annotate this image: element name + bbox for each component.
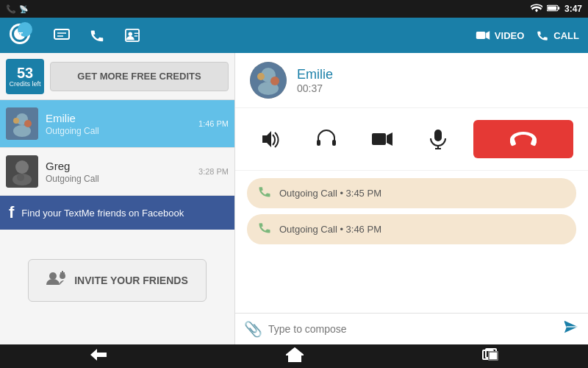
recents-button[interactable] bbox=[482, 348, 498, 365]
invite-btn-label: INVITE YOUR FRIENDS bbox=[74, 275, 188, 286]
svg-rect-43 bbox=[510, 138, 516, 146]
svg-rect-51 bbox=[489, 352, 498, 360]
main-content: 53 Credits left GET MORE FREE CREDITS Em… bbox=[0, 53, 588, 344]
camera-button[interactable] bbox=[362, 120, 403, 158]
svg-marker-48 bbox=[287, 348, 303, 361]
call-avatar bbox=[250, 62, 287, 99]
svg-point-23 bbox=[15, 160, 29, 174]
contact-sub-emilie: Outgoing Call bbox=[46, 126, 198, 136]
svg-rect-1 bbox=[548, 6, 556, 10]
call-log: Outgoing Call • 3:45 PM Outgoing Call • … bbox=[235, 171, 588, 313]
video-call-button[interactable]: VIDEO bbox=[476, 30, 524, 41]
status-right: 3:47 bbox=[531, 4, 582, 15]
svg-marker-35 bbox=[262, 131, 271, 147]
outgoing-call-icon-0 bbox=[257, 184, 272, 202]
video-btn-label: VIDEO bbox=[495, 30, 524, 41]
contact-sub-greg: Outgoing Call bbox=[46, 174, 198, 184]
battery-icon bbox=[547, 4, 560, 14]
status-bar: 📞 📡 3:47 bbox=[0, 0, 588, 18]
wifi-icon bbox=[531, 4, 542, 15]
svg-rect-44 bbox=[531, 138, 537, 146]
mic-button[interactable] bbox=[417, 120, 459, 158]
svg-rect-15 bbox=[476, 32, 486, 39]
svg-marker-47 bbox=[90, 349, 107, 361]
right-panel: Emilie 00:37 bbox=[235, 53, 588, 344]
facebook-icon: f bbox=[9, 203, 14, 222]
svg-point-25 bbox=[17, 174, 24, 181]
invite-friends-button[interactable]: INVITE YOUR FRIENDS bbox=[28, 259, 207, 302]
svg-rect-38 bbox=[372, 133, 386, 145]
svg-rect-37 bbox=[332, 140, 336, 146]
nav-bar: T VIDEO CALL bbox=[0, 18, 588, 53]
call-btn-label: CALL bbox=[553, 30, 579, 41]
extra-status-icon: 📡 bbox=[19, 5, 28, 13]
contact-time-greg: 3:28 PM bbox=[198, 167, 229, 176]
contact-name-emilie: Emilie bbox=[46, 112, 198, 124]
svg-point-33 bbox=[257, 73, 265, 80]
log-text-1: Outgoing Call • 3:46 PM bbox=[279, 224, 381, 235]
credits-count: 53 bbox=[17, 66, 33, 80]
tab-chat[interactable] bbox=[50, 24, 74, 47]
compose-bar: 📎 bbox=[235, 313, 588, 344]
log-item-1: Outgoing Call • 3:46 PM bbox=[247, 214, 576, 244]
call-button[interactable]: CALL bbox=[536, 29, 579, 42]
speaker-button[interactable] bbox=[250, 120, 291, 158]
log-item-0: Outgoing Call • 3:45 PM bbox=[247, 178, 576, 208]
bottom-nav bbox=[0, 344, 588, 368]
outgoing-call-icon-1 bbox=[257, 220, 272, 238]
home-button[interactable] bbox=[286, 347, 304, 366]
back-button[interactable] bbox=[90, 348, 107, 365]
svg-point-12 bbox=[129, 32, 132, 35]
credits-badge: 53 Credits left bbox=[6, 59, 44, 94]
status-icons-left: 📞 📡 bbox=[6, 4, 28, 14]
svg-point-34 bbox=[270, 77, 279, 85]
avatar-emilie bbox=[6, 107, 38, 140]
headset-button[interactable] bbox=[306, 120, 347, 158]
call-duration: 00:37 bbox=[297, 82, 333, 94]
call-info: Emilie 00:37 bbox=[297, 67, 333, 94]
phone-status-icon: 📞 bbox=[6, 4, 16, 14]
svg-point-26 bbox=[49, 272, 57, 280]
nav-right: VIDEO CALL bbox=[476, 29, 579, 42]
svg-marker-16 bbox=[486, 31, 490, 40]
contact-time-emilie: 1:46 PM bbox=[198, 119, 229, 128]
hangup-button[interactable] bbox=[473, 120, 573, 158]
caller-name: Emilie bbox=[297, 67, 333, 82]
svg-rect-36 bbox=[317, 140, 320, 146]
call-controls bbox=[235, 108, 588, 171]
get-free-credits-button[interactable]: GET MORE FREE CREDITS bbox=[50, 62, 229, 91]
contact-item-emilie[interactable]: Emilie Outgoing Call 1:46 PM bbox=[0, 100, 234, 148]
svg-marker-39 bbox=[387, 132, 392, 146]
app-logo[interactable]: T bbox=[9, 22, 38, 49]
contact-name-greg: Greg bbox=[46, 160, 198, 172]
left-panel: 53 Credits left GET MORE FREE CREDITS Em… bbox=[0, 53, 235, 344]
tab-phone[interactable] bbox=[85, 24, 109, 47]
contact-info-emilie: Emilie Outgoing Call bbox=[46, 112, 198, 136]
avatar-greg bbox=[6, 155, 38, 188]
get-free-credits-label: GET MORE FREE CREDITS bbox=[77, 71, 201, 82]
invite-section: INVITE YOUR FRIENDS bbox=[0, 230, 234, 331]
svg-point-21 bbox=[24, 120, 32, 127]
credits-bar: 53 Credits left GET MORE FREE CREDITS bbox=[0, 53, 234, 100]
attach-icon[interactable]: 📎 bbox=[244, 320, 262, 338]
svg-point-20 bbox=[13, 118, 19, 124]
compose-input[interactable] bbox=[268, 323, 557, 335]
credits-left-label: Credits left bbox=[9, 80, 40, 88]
contact-item-greg[interactable]: Greg Outgoing Call 3:28 PM bbox=[0, 148, 234, 196]
contact-info-greg: Greg Outgoing Call bbox=[46, 160, 198, 184]
svg-text:T: T bbox=[18, 32, 23, 40]
svg-rect-40 bbox=[434, 130, 442, 141]
facebook-text: Find your TextMe friends on Facebook bbox=[21, 208, 184, 219]
send-button[interactable] bbox=[563, 319, 579, 339]
invite-icon bbox=[46, 270, 67, 291]
call-header: Emilie 00:37 bbox=[235, 53, 588, 108]
tab-contacts[interactable] bbox=[121, 24, 144, 47]
svg-rect-8 bbox=[54, 29, 69, 39]
facebook-bar[interactable]: f Find your TextMe friends on Facebook bbox=[0, 196, 234, 230]
svg-rect-2 bbox=[558, 7, 559, 10]
time-display: 3:47 bbox=[564, 4, 582, 14]
nav-left: T bbox=[9, 22, 144, 49]
log-text-0: Outgoing Call • 3:45 PM bbox=[279, 188, 381, 199]
